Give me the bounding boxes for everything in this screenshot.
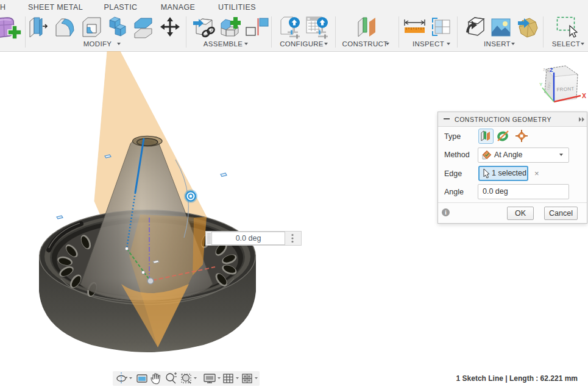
svg-text:ASSEMBLE: ASSEMBLE bbox=[204, 40, 243, 48]
svg-text:CONSTRUCT: CONSTRUCT bbox=[342, 40, 388, 48]
svg-text:INSPECT: INSPECT bbox=[413, 40, 444, 48]
svg-text:FRONT: FRONT bbox=[556, 86, 574, 93]
svg-text:SHEET METAL: SHEET METAL bbox=[28, 3, 83, 12]
svg-text:Z: Z bbox=[550, 67, 553, 73]
svg-text:CONFIGURE: CONFIGURE bbox=[280, 40, 324, 48]
svg-text:MODIFY: MODIFY bbox=[83, 40, 112, 48]
svg-text:MANAGE: MANAGE bbox=[161, 3, 196, 12]
svg-text:H: H bbox=[0, 3, 5, 12]
svg-text:X: X bbox=[582, 92, 586, 99]
svg-text:UTILITIES: UTILITIES bbox=[218, 3, 256, 12]
svg-text:PLASTIC: PLASTIC bbox=[104, 3, 138, 12]
svg-text:Y: Y bbox=[539, 82, 543, 87]
svg-text:INSERT: INSERT bbox=[484, 40, 511, 48]
svg-text:SELECT: SELECT bbox=[552, 40, 581, 48]
